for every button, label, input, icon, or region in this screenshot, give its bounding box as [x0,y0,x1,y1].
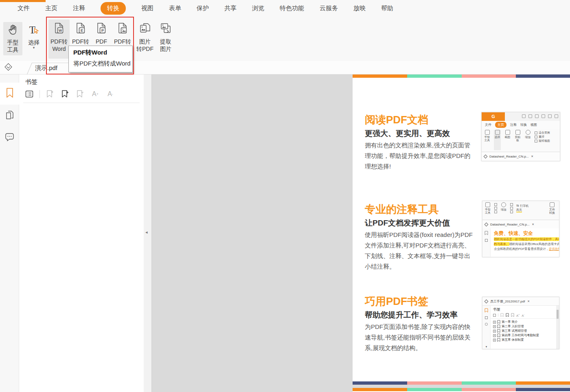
menu-share[interactable]: 共享 [224,4,237,12]
menu-slideshow[interactable]: 放映 [353,4,366,12]
increase-font-button[interactable]: A+ [90,89,100,99]
pdf-to-word-button[interactable]: W PDF转 Word [48,20,70,59]
word-badge: W [59,28,62,33]
menu-help[interactable]: 帮助 [381,4,393,12]
sidebar-tab-comments[interactable] [0,129,19,147]
image-to-pdf-icon [138,21,152,37]
select-tool-button[interactable]: T 选择 ▾ [24,22,43,55]
mini3-tab-label: 员工手册_20120917.pdf [490,299,525,304]
mini2-doc-heading: 免费、快速、安全 [494,230,559,237]
mini3-panel-toolbar: A+ A- [491,313,559,318]
comment-icon [485,323,488,326]
mini1-menu-file: 文件 [485,123,491,127]
extract-image-button[interactable]: 提取 图片 [156,20,176,59]
pdf-to-ppt-label-1: PDF [96,38,107,45]
page-top-color-bars [353,74,570,78]
pdf-to-ppt-icon: P [94,21,108,37]
expand-bookmark-button[interactable] [75,89,85,99]
menu-file[interactable]: 文件 [18,4,30,12]
menu-comment[interactable]: 注释 [73,4,85,12]
mini2-hand-tool: 手型工具 [484,208,491,215]
foxit-logo: G [482,112,505,121]
sidebar-tab-bookmarks[interactable] [0,83,19,105]
page-bottom-color-bars [353,381,570,385]
bookmark-icon [484,308,488,313]
menu-features[interactable]: 特色功能 [280,4,304,12]
mini3-panel: 书签 A+ A- +第一章 简介 +第二章 入职管理 +第三章 试用期管理 +第… [491,306,559,349]
mini1-titlebar: G [482,112,560,121]
bookmark-panel-toolbar: A+ A- [24,89,115,99]
excel-badge: E [81,28,83,33]
bookmark-panel: 书签 [19,74,144,392]
edit-pencil-icon [484,299,489,303]
select-text-icon: T [28,24,40,37]
bookmark-item: +第一章 简介 [493,320,559,324]
bookmark-panel-title: 书签 [25,78,37,86]
menu-browse[interactable]: 浏览 [252,4,264,12]
menu-convert[interactable]: 转换 [101,2,126,15]
collapse-panel-icon[interactable]: ◂ [145,230,148,235]
toolbar-separator [39,90,40,98]
pages-icon [485,239,488,242]
expand-bookmark-icon [511,313,514,317]
tooltip-title: PDF转Word [73,49,128,57]
mini1-menu-convert: 转换 [520,123,527,127]
mini1-fit-page: 适合页面 [539,131,550,134]
menu-form[interactable]: 表单 [169,4,181,12]
bookmark-list-options-button[interactable] [24,89,34,99]
pages-icon [485,316,488,319]
pdf-to-word-label-1: PDF转 [50,38,68,45]
mini-screenshot-bookmarks: 员工手册_20120917.pdf × ▾ 书签 [482,297,559,349]
document-tab-label[interactable]: 演示.pdf [35,64,57,72]
close-icon: × [532,222,534,226]
pages-icon [5,110,15,122]
list-icon [493,314,496,317]
chevron-down-icon: ▾ [33,46,35,49]
mini3-sidebar: ▾ [482,306,491,349]
hand-tool-label-1: 手型 [7,39,19,46]
mini1-menu-comment: 注释 [510,123,517,127]
panel-collapse-strip[interactable]: ◂ [144,74,151,392]
edit-pencil-icon[interactable] [4,63,12,70]
sidebar-tab-pages[interactable] [0,107,19,125]
section-3-subheading: 帮助您提升工作、学习效率 [365,310,458,320]
document-view-area[interactable]: 阅读PDF文档 更强大、更实用、更高效 拥有出色的文档渲染效果,强大的页面管理功… [151,74,570,392]
doc-text: 企业和政府机构的PDF查看需求而设计， [494,247,549,251]
menu-view[interactable]: 视图 [141,4,153,12]
mini2-typewriter-tool: 打字机 [520,204,528,208]
comment-icon [4,133,15,144]
edit-pencil-icon [484,222,489,226]
extract-image-icon [159,21,173,37]
chevron-down-icon: ▾ [486,345,487,348]
pdf-to-word-icon: W [52,21,66,37]
undo-icon [555,114,558,118]
ppt-badge: P [101,28,104,33]
decrease-font-button[interactable]: A- [105,89,115,99]
mini1-rotate-view: 旋转视图 [539,139,550,142]
pdf-to-word-label-2: Word [52,45,66,53]
mini1-quick-icons [522,114,558,118]
menu-protect[interactable]: 保护 [197,4,209,12]
mini1-zoom-tool: 缩放 [525,136,531,139]
delete-bookmark-button[interactable] [45,89,55,99]
doc-text: 福昕阅读器采用Office风格的选项卡式 [509,242,560,246]
add-bookmark-button[interactable] [60,89,70,99]
menu-home[interactable]: 主页 [45,4,57,12]
menu-cloud[interactable]: 云服务 [320,4,338,12]
mini2-toolbar: 手型工具 缩放 TI打字机 高亮 文件转换 [482,201,559,220]
section-1-body: 拥有出色的文档渲染效果,强大的页面管理功能，帮助提升效率,是您阅读PDF的理想选… [365,140,476,172]
mini1-snapshot-tool: 截图 [505,136,511,139]
close-icon: × [527,299,529,303]
navigation-sidebar [0,74,19,392]
edit-pencil-icon [484,154,488,158]
expand-icon: + [493,339,496,342]
mini-screenshot-annotate: 手型工具 缩放 TI打字机 高亮 文件转换 Datasheet_Reader_C… [482,201,559,257]
menu-bar: 文件 主页 注释 转换 视图 表单 保护 共享 浏览 特色功能 云服务 放映 帮… [0,0,570,16]
extract-image-label-1: 提取 [160,38,171,45]
image-to-pdf-label-1: 图片 [139,38,151,45]
mini-screenshot-reader: G 文件 主页 注释 转换 视图 手型工具 选择 截图 剪贴板 缩放 适合页面 [481,112,560,161]
mini1-menu-view: 视图 [531,123,537,127]
hand-tool-button[interactable]: 手型 工具 [3,22,22,55]
expand-icon: + [493,334,496,337]
image-to-pdf-button[interactable]: 图片 转PDF [134,20,156,59]
